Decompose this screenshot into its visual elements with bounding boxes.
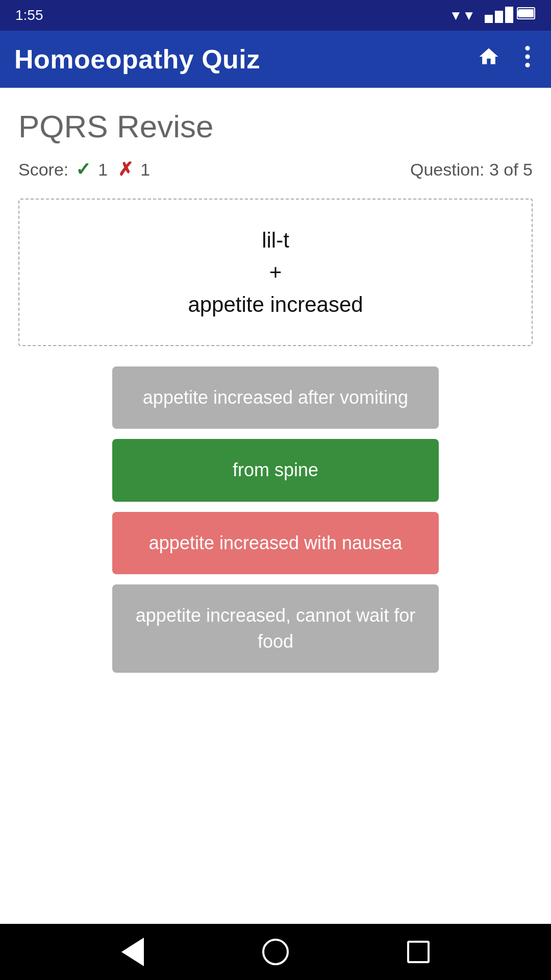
answers-container: appetite increased after vomiting from s… bbox=[18, 366, 533, 673]
answer-btn-4[interactable]: appetite increased, cannot wait for food bbox=[112, 584, 439, 673]
home-button[interactable] bbox=[260, 937, 291, 967]
question-card: lil-t + appetite increased bbox=[18, 199, 533, 346]
correct-count: 1 bbox=[98, 160, 108, 180]
question-text: lil-t + appetite increased bbox=[40, 224, 511, 321]
question-line2: + bbox=[269, 260, 282, 284]
answer-btn-3[interactable]: appetite increased with nausea bbox=[112, 512, 439, 574]
app-bar: Homoeopathy Quiz bbox=[0, 31, 551, 88]
bottom-nav bbox=[0, 924, 551, 980]
svg-point-8 bbox=[525, 63, 530, 67]
main-content: PQRS Revise Score: ✓ 1 ✗ 1 Question: 3 o… bbox=[0, 88, 551, 924]
home-icon[interactable] bbox=[478, 45, 500, 73]
signal-icon bbox=[485, 5, 536, 27]
svg-marker-1 bbox=[495, 11, 503, 23]
svg-point-6 bbox=[525, 46, 530, 51]
svg-rect-5 bbox=[518, 9, 534, 17]
svg-marker-0 bbox=[485, 15, 493, 23]
question-line1: lil-t bbox=[262, 228, 289, 252]
score-label: Score: bbox=[18, 160, 68, 180]
svg-marker-2 bbox=[505, 7, 513, 23]
wifi-icon: ▼▼ bbox=[449, 8, 475, 23]
answer-btn-2[interactable]: from spine bbox=[112, 439, 439, 501]
question-info: Question: 3 of 5 bbox=[410, 160, 533, 180]
back-button[interactable] bbox=[117, 937, 148, 967]
correct-icon: ✓ bbox=[76, 159, 91, 180]
status-time: 1:55 bbox=[15, 7, 43, 23]
score-row: Score: ✓ 1 ✗ 1 Question: 3 of 5 bbox=[18, 159, 533, 180]
answer-btn-1[interactable]: appetite increased after vomiting bbox=[112, 366, 439, 429]
more-options-icon[interactable] bbox=[518, 45, 537, 73]
recents-button[interactable] bbox=[403, 937, 434, 967]
question-line3: appetite increased bbox=[188, 292, 363, 316]
wrong-count: 1 bbox=[140, 160, 150, 180]
svg-point-7 bbox=[525, 54, 530, 59]
status-bar: 1:55 ▼▼ bbox=[0, 0, 551, 31]
wrong-icon: ✗ bbox=[118, 159, 133, 180]
page-title: PQRS Revise bbox=[18, 108, 533, 144]
app-title: Homoeopathy Quiz bbox=[14, 44, 260, 75]
score-section: Score: ✓ 1 ✗ 1 bbox=[18, 159, 153, 180]
